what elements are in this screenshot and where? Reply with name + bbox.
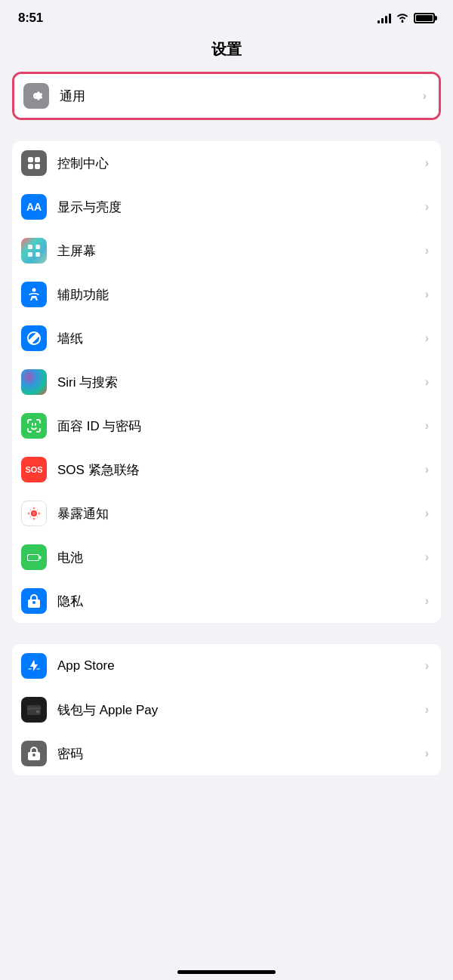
home-screen-chevron: › [425,244,429,257]
svg-rect-7 [28,252,32,257]
general-icon [23,83,49,109]
privacy-icon [21,588,47,614]
battery-chevron: › [425,550,429,564]
settings-item-sos[interactable]: SOS SOS 紧急联络 › [12,448,441,492]
general-chevron: › [423,89,427,103]
settings-item-control-center[interactable]: 控制中心 › [12,141,441,185]
status-bar: 8:51 [0,0,453,30]
settings-item-battery[interactable]: 电池 › [12,535,441,579]
services-group: App Store › 钱包与 Apple Pay › 密码 [12,644,441,775]
settings-section: 通用 › 控制中心 › AA 显示与亮度 › [0,72,453,775]
svg-point-15 [39,513,41,515]
siri-icon [21,369,47,395]
privacy-chevron: › [425,594,429,608]
home-screen-label: 主屏幕 [57,242,425,260]
wallpaper-chevron: › [425,331,429,345]
svg-rect-4 [35,164,40,169]
settings-item-accessibility[interactable]: 辅助功能 › [12,273,441,316]
settings-item-wallpaper[interactable]: 墙纸 › [12,316,441,360]
face-id-icon [21,413,47,439]
accessibility-label: 辅助功能 [57,286,425,304]
svg-point-12 [33,507,35,510]
face-id-label: 面容 ID 与密码 [57,418,425,435]
wallet-chevron: › [425,703,429,717]
exposure-icon [21,501,47,526]
sos-chevron: › [425,463,429,476]
svg-point-17 [37,510,39,511]
siri-label: Siri 与搜索 [57,374,425,391]
exposure-label: 暴露通知 [57,505,425,522]
settings-item-passwords[interactable]: 密码 › [12,732,441,775]
battery-settings-icon [21,544,47,570]
svg-rect-23 [27,705,41,715]
display-icon: AA [21,194,47,220]
svg-point-16 [30,510,32,511]
settings-item-wallet[interactable]: 钱包与 Apple Pay › [12,688,441,732]
wifi-icon [396,12,409,25]
settings-item-face-id[interactable]: 面容 ID 与密码 › [12,404,441,448]
passwords-label: 密码 [57,745,425,763]
svg-rect-3 [28,164,33,169]
display-chevron: › [425,200,429,214]
status-icons [378,12,435,25]
svg-rect-22 [39,556,42,559]
wallpaper-icon [21,325,47,351]
home-indicator [177,970,276,974]
battery-label: 电池 [57,549,425,566]
display-label: 显示与亮度 [57,199,425,216]
svg-rect-25 [36,710,39,713]
app-store-icon [21,653,47,679]
page-title: 设置 [0,30,453,72]
privacy-label: 隐私 [57,593,425,610]
control-center-label: 控制中心 [57,155,425,172]
control-center-chevron: › [425,156,429,170]
svg-rect-1 [28,157,33,162]
svg-rect-8 [35,252,40,257]
wallpaper-label: 墙纸 [57,330,425,347]
settings-item-home-screen[interactable]: 主屏幕 › [12,229,441,273]
sos-icon: SOS [21,457,47,482]
svg-point-9 [32,288,36,292]
status-time: 8:51 [18,11,43,26]
svg-point-0 [402,20,404,23]
svg-rect-6 [35,245,40,249]
settings-item-general[interactable]: 通用 › [14,74,439,118]
settings-item-app-store[interactable]: App Store › [12,644,441,688]
svg-rect-2 [35,157,40,162]
svg-point-18 [30,516,32,518]
exposure-chevron: › [425,507,429,520]
svg-point-14 [28,513,30,515]
control-center-icon [21,150,47,176]
home-screen-icon [21,238,47,263]
wallet-icon [21,697,47,723]
accessibility-icon [21,282,47,307]
password-icon [21,741,47,766]
settings-item-exposure[interactable]: 暴露通知 › [12,492,441,535]
face-id-chevron: › [425,419,429,433]
general-group: 通用 › [12,72,441,120]
wallet-label: 钱包与 Apple Pay [57,701,425,719]
svg-point-19 [37,516,39,518]
sos-label: SOS 紧急联络 [57,461,425,479]
svg-point-13 [33,518,35,520]
svg-rect-24 [27,707,41,710]
display-group: 控制中心 › AA 显示与亮度 › 主屏幕 › [12,141,441,623]
settings-item-siri[interactable]: Siri 与搜索 › [12,360,441,404]
signal-icon [378,13,391,23]
svg-rect-21 [28,555,39,560]
settings-item-display[interactable]: AA 显示与亮度 › [12,185,441,229]
siri-chevron: › [425,375,429,389]
app-store-label: App Store [57,658,425,673]
accessibility-chevron: › [425,288,429,301]
passwords-chevron: › [425,747,429,760]
svg-rect-5 [28,245,32,249]
battery-icon [414,13,435,23]
svg-point-11 [32,512,35,515]
settings-item-privacy[interactable]: 隐私 › [12,579,441,623]
app-store-chevron: › [425,659,429,673]
general-label: 通用 [60,88,423,105]
